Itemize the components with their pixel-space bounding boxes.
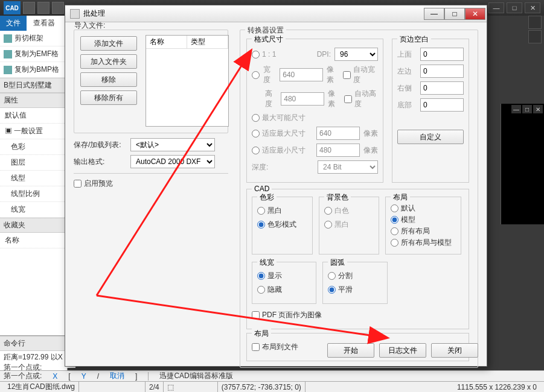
converter-group: 转换器设置 格式尺寸 1 : 1 DPI: 96 宽度 [240, 30, 478, 368]
layout-default-radio[interactable]: 默认 [391, 203, 415, 213]
section-title: B型日式别墅建 [0, 78, 67, 93]
file-list[interactable]: 名称 类型 [146, 35, 229, 127]
width-label: 宽度 [263, 65, 276, 85]
margin-left-input[interactable] [420, 65, 464, 78]
show-lw-radio[interactable]: 显示 [257, 271, 282, 281]
layout-to-file-checkbox[interactable]: 布局到文件 [252, 342, 298, 352]
toolbar-icon[interactable] [52, 2, 64, 14]
maximize-icon[interactable]: □ [507, 2, 522, 13]
auto-height-checkbox[interactable]: 自动高度 [344, 89, 378, 109]
attr-header: 属性 [0, 93, 67, 108]
bg-group: 背景色 白色 黑白 [319, 197, 380, 254]
fav-name: 名称 [0, 233, 67, 248]
tab-file[interactable]: 文件 [0, 16, 27, 31]
margin-right-input[interactable] [420, 81, 464, 95]
dialog-icon [70, 9, 80, 19]
col-type[interactable]: 类型 [187, 36, 228, 48]
wh-radio[interactable] [252, 71, 260, 79]
add-folder-button[interactable]: 加入文件夹 [80, 54, 137, 69]
col-name[interactable]: 名称 [146, 36, 187, 48]
margins-title: 页边空白 [397, 34, 431, 45]
color-group: 色彩 黑白 色彩模式 [252, 197, 313, 254]
coord-y-link[interactable]: Y [82, 372, 86, 381]
log-button[interactable]: 日志文件 [379, 343, 426, 358]
help-icon[interactable] [528, 30, 542, 43]
prompt-text: 第一个点或: [4, 371, 42, 381]
bmp-icon [4, 66, 12, 74]
cursor-coords: (3757.572; -736.3715; 0) [218, 382, 306, 392]
split-arc-radio[interactable]: 分割 [328, 271, 353, 281]
format-size-group: 格式尺寸 1 : 1 DPI: 96 宽度 像素 自动宽度 [246, 39, 383, 183]
close-button[interactable]: 关闭 [431, 343, 478, 358]
import-group: 导入文件: 添加文件 加入文件夹 移除 移除所有 名称 类型 [74, 30, 228, 133]
cancel-link[interactable]: 取消 [110, 371, 124, 381]
dock-max-icon[interactable]: □ [522, 105, 532, 113]
snap-icon[interactable]: ⬚ [167, 383, 174, 391]
row-linetype[interactable]: 线型 [0, 171, 67, 186]
row-general[interactable]: ▣ 一般设置 [0, 124, 67, 139]
max-possible-radio[interactable]: 最大可能尺寸 [252, 113, 306, 123]
layout-all-radio[interactable]: 所有布局 [391, 226, 430, 236]
fmt-title: 格式尺寸 [252, 34, 286, 45]
tab-viewer[interactable]: 查看器 [28, 16, 60, 31]
row-default[interactable]: 默认值 [0, 108, 67, 124]
dialog-titlebar: 批处理 — □ ✕ [65, 5, 487, 22]
row-color[interactable]: 色彩 [0, 139, 67, 155]
row-lineweight[interactable]: 线宽 [0, 202, 67, 218]
outfmt-select[interactable]: AutoCAD 2000 DXF (*.d [130, 155, 215, 168]
ratio-11-radio[interactable]: 1 : 1 [252, 50, 276, 58]
close-icon[interactable]: ✕ [525, 2, 540, 13]
hide-lw-radio[interactable]: 隐藏 [257, 285, 282, 295]
fit-max-radio[interactable]: 适应最大尺寸 [252, 128, 306, 139]
white-radio[interactable]: 白色 [324, 206, 349, 216]
batch-dialog: 批处理 — □ ✕ 导入文件: 添加文件 加入文件夹 移除 移除所有 名称 类型 [65, 5, 487, 367]
pdf-as-image-checkbox[interactable]: PDF 页面作为图像 [252, 310, 322, 320]
bracket: ] [135, 372, 137, 381]
bracket: [ [68, 372, 70, 381]
tool-icon[interactable] [528, 16, 542, 29]
coord-x-link[interactable]: X [53, 372, 57, 381]
savelist-select[interactable]: <默认> [130, 138, 215, 151]
depth-select[interactable]: 24 Bit [318, 160, 378, 174]
menu-crop-frame[interactable]: 剪切框架 [0, 31, 67, 46]
dpi-label: DPI: [317, 50, 331, 58]
menu-copy-bmp[interactable]: 复制为BMP格 [0, 62, 67, 78]
right-column: 转换器设置 格式尺寸 1 : 1 DPI: 96 宽度 [240, 30, 478, 373]
colormode-radio[interactable]: 色彩模式 [257, 220, 296, 230]
row-layer[interactable]: 图层 [0, 155, 67, 171]
auto-width-checkbox[interactable]: 自动宽度 [343, 65, 378, 85]
menu-copy-emf[interactable]: 复制为EMF格 [0, 46, 67, 62]
cmd-line: 距离=1972.99 以X [4, 352, 72, 362]
dialog-minimize-icon[interactable]: — [424, 8, 444, 20]
bw-radio[interactable]: 黑白 [257, 206, 282, 216]
dialog-close-icon[interactable]: ✕ [465, 8, 485, 20]
enable-preview-checkbox[interactable]: 启用预览 [74, 179, 113, 189]
height-label: 高度 [265, 89, 278, 109]
fit-min-input[interactable] [316, 144, 360, 157]
fit-min-radio[interactable]: 适应最小尺寸 [252, 145, 306, 156]
status-bar-2: 12生肖CAD图纸.dwg 2/4 ⬚ (3757.572; -736.3715… [0, 381, 544, 392]
layout-model-radio[interactable]: 模型 [391, 215, 415, 225]
dialog-maximize-icon[interactable]: □ [444, 8, 465, 20]
toolbar-icon[interactable] [23, 2, 35, 14]
remove-button[interactable]: 移除 [80, 72, 137, 87]
layout-allm-radio[interactable]: 所有布局与模型 [391, 238, 452, 248]
row-ltscale[interactable]: 线型比例 [0, 186, 67, 202]
smooth-arc-radio[interactable]: 平滑 [328, 285, 353, 295]
add-file-button[interactable]: 添加文件 [80, 36, 137, 51]
fit-max-input[interactable] [316, 127, 360, 140]
black-radio[interactable]: 黑白 [324, 220, 349, 230]
dpi-select[interactable]: 96 [334, 48, 378, 61]
height-input[interactable] [281, 92, 324, 106]
minimize-icon[interactable]: — [488, 2, 504, 13]
width-input[interactable] [280, 68, 323, 81]
dock-min-icon[interactable]: — [511, 105, 521, 113]
dock-close-icon[interactable]: ✕ [533, 105, 543, 113]
custom-margin-button[interactable]: 自定义 [397, 130, 464, 144]
toolbar-icon[interactable] [37, 2, 50, 14]
remove-all-button[interactable]: 移除所有 [80, 90, 137, 105]
start-button[interactable]: 开始 [327, 343, 374, 358]
margin-top-input[interactable] [420, 48, 464, 61]
margin-bottom-input[interactable] [420, 98, 464, 112]
fav-header: 收藏夹 [0, 218, 67, 233]
